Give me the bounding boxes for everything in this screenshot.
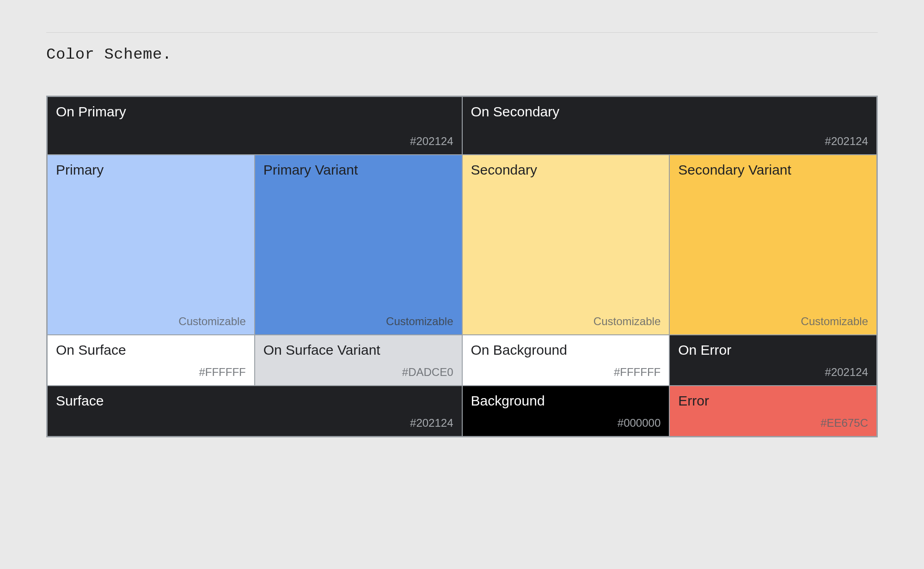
swatch-on-surface: On Surface #FFFFFF: [47, 335, 255, 386]
swatch-name: Secondary: [471, 162, 661, 178]
swatch-on-surface-variant: On Surface Variant #DADCE0: [255, 335, 462, 386]
swatch-secondary: Secondary Customizable: [462, 155, 670, 335]
swatch-name: On Secondary: [471, 103, 869, 120]
swatch-on-background: On Background #FFFFFF: [462, 335, 670, 386]
swatch-primary-variant: Primary Variant Customizable: [255, 155, 462, 335]
swatch-primary: Primary Customizable: [47, 155, 255, 335]
swatch-name: Primary Variant: [263, 162, 453, 178]
swatch-name: Surface: [56, 393, 453, 409]
swatch-value: #DADCE0: [402, 366, 453, 379]
swatch-value: #EE675C: [820, 417, 868, 430]
swatch-value: #000000: [618, 417, 661, 430]
swatch-value: #FFFFFF: [199, 366, 245, 379]
swatch-on-primary: On Primary #202124: [47, 97, 462, 155]
swatch-value: Customizable: [801, 315, 868, 328]
section-title: Color Scheme.: [46, 46, 878, 63]
swatch-name: On Background: [471, 342, 661, 358]
swatch-grid: On Primary #202124 On Secondary #202124 …: [46, 96, 878, 437]
swatch-value: #FFFFFF: [614, 366, 661, 379]
swatch-surface: Surface #202124: [47, 386, 462, 436]
swatch-name: Error: [678, 393, 868, 409]
swatch-name: On Surface Variant: [263, 342, 453, 358]
swatch-name: On Error: [678, 342, 868, 358]
swatch-secondary-variant: Secondary Variant Customizable: [669, 155, 877, 335]
swatch-name: Secondary Variant: [678, 162, 868, 178]
swatch-background: Background #000000: [462, 386, 670, 436]
swatch-value: Customizable: [386, 315, 453, 328]
swatch-value: Customizable: [178, 315, 245, 328]
swatch-error: Error #EE675C: [669, 386, 877, 436]
swatch-value: Customizable: [594, 315, 661, 328]
swatch-value: #202124: [410, 417, 453, 430]
swatch-name: Background: [471, 393, 661, 409]
swatch-name: On Primary: [56, 103, 453, 120]
divider: [46, 32, 878, 33]
swatch-value: #202124: [825, 366, 868, 379]
swatch-name: On Surface: [56, 342, 246, 358]
swatch-value: #202124: [410, 135, 453, 148]
swatch-on-secondary: On Secondary #202124: [462, 97, 877, 155]
swatch-name: Primary: [56, 162, 246, 178]
swatch-on-error: On Error #202124: [669, 335, 877, 386]
color-scheme-card: Color Scheme. On Primary #202124 On Seco…: [0, 0, 924, 479]
swatch-value: #202124: [825, 135, 868, 148]
